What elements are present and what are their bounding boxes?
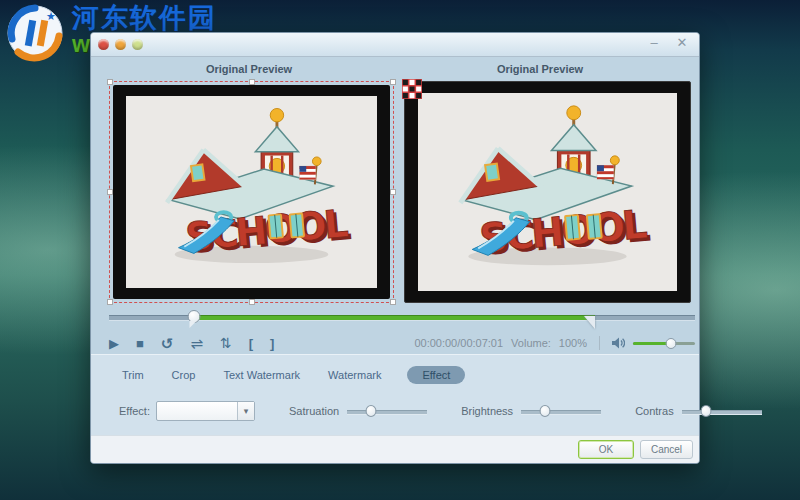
brightness-label: Brightness bbox=[461, 405, 513, 417]
volume-slider[interactable] bbox=[633, 337, 695, 349]
watermark-position-icon[interactable] bbox=[402, 79, 422, 99]
left-preview-pane[interactable] bbox=[109, 81, 394, 303]
divider bbox=[599, 336, 600, 350]
orb-yellow-icon bbox=[115, 39, 126, 50]
saturation-slider[interactable] bbox=[347, 404, 427, 418]
timeline-start-knob[interactable] bbox=[187, 310, 200, 323]
schoolhouse-illustration bbox=[126, 96, 377, 288]
play-button[interactable]: ▶ bbox=[109, 337, 119, 350]
tab-effect[interactable]: Effect bbox=[407, 366, 465, 384]
orb-green-icon bbox=[132, 39, 143, 50]
edit-tabs: Trim Crop Text Watermark Watermark Effec… bbox=[120, 366, 465, 384]
right-preview-title: Original Preview bbox=[399, 63, 681, 75]
video-edit-dialog: – ✕ Original Preview Original Preview bbox=[90, 32, 700, 464]
desktop-background: ★ 河东软件园 www.pc0359.cn – ✕ Original Previ… bbox=[0, 0, 800, 500]
close-button[interactable]: ✕ bbox=[675, 35, 689, 50]
left-preview-title: Original Preview bbox=[109, 63, 389, 75]
effect-dropdown-value bbox=[157, 402, 237, 420]
time-display: 00:00:00/00:07:01 bbox=[414, 337, 503, 349]
right-video-frame bbox=[404, 81, 691, 303]
contrast-label: Contras bbox=[635, 405, 674, 417]
cancel-button[interactable]: Cancel bbox=[640, 440, 693, 459]
crop-handle-nw[interactable] bbox=[107, 79, 113, 85]
svg-text:★: ★ bbox=[46, 10, 56, 22]
contrast-knob[interactable] bbox=[700, 405, 711, 417]
crop-handle-w[interactable] bbox=[107, 189, 113, 195]
reset-icon[interactable]: ↺ bbox=[161, 336, 174, 351]
crop-handle-n[interactable] bbox=[249, 79, 255, 85]
minimize-button[interactable]: – bbox=[647, 35, 661, 50]
mark-end-button[interactable]: ] bbox=[270, 337, 274, 350]
site-logo-icon: ★ bbox=[6, 4, 64, 62]
swap-vertical-icon[interactable]: ⇅ bbox=[220, 336, 232, 350]
crop-handle-se[interactable] bbox=[390, 299, 396, 305]
tab-trim[interactable]: Trim bbox=[120, 366, 146, 384]
right-video-area bbox=[418, 93, 677, 291]
stop-button[interactable]: ■ bbox=[136, 337, 144, 350]
edit-panel: Trim Crop Text Watermark Watermark Effec… bbox=[91, 354, 699, 437]
tab-text-watermark[interactable]: Text Watermark bbox=[221, 366, 302, 384]
volume-label: Volume: bbox=[511, 337, 551, 349]
dialog-footer: OK Cancel bbox=[91, 435, 699, 463]
mark-start-button[interactable]: [ bbox=[249, 337, 253, 350]
swap-horizontal-icon[interactable]: ⇌ bbox=[190, 336, 203, 351]
schoolhouse-illustration bbox=[418, 93, 677, 291]
orb-red-icon bbox=[98, 39, 109, 50]
crop-handle-s[interactable] bbox=[249, 299, 255, 305]
watermark-site-name: 河东软件园 bbox=[72, 4, 255, 32]
volume-knob[interactable] bbox=[666, 338, 677, 349]
dialog-titlebar[interactable]: – ✕ bbox=[91, 33, 699, 57]
contrast-slider[interactable] bbox=[682, 404, 762, 418]
tab-crop[interactable]: Crop bbox=[170, 366, 198, 384]
brightness-slider[interactable] bbox=[521, 404, 601, 418]
ok-button[interactable]: OK bbox=[578, 440, 634, 459]
timeline-end-knob[interactable] bbox=[584, 316, 595, 329]
speaker-icon[interactable] bbox=[612, 337, 625, 349]
timeline-slider[interactable] bbox=[109, 309, 695, 327]
volume-value: 100% bbox=[559, 337, 587, 349]
left-video-frame bbox=[113, 85, 390, 299]
saturation-knob[interactable] bbox=[366, 405, 377, 417]
timeline-fill bbox=[194, 315, 595, 320]
effect-dropdown[interactable]: ▾ bbox=[156, 401, 255, 421]
saturation-label: Satruation bbox=[289, 405, 339, 417]
crop-handle-sw[interactable] bbox=[107, 299, 113, 305]
brightness-knob[interactable] bbox=[540, 405, 551, 417]
crop-handle-ne[interactable] bbox=[390, 79, 396, 85]
tab-watermark[interactable]: Watermark bbox=[326, 366, 383, 384]
effect-label: Effect: bbox=[119, 405, 150, 417]
left-video-area bbox=[126, 96, 377, 288]
right-preview-pane[interactable] bbox=[404, 81, 691, 303]
crop-handle-e[interactable] bbox=[390, 189, 396, 195]
chevron-down-icon[interactable]: ▾ bbox=[237, 402, 254, 420]
titlebar-orbs bbox=[98, 39, 143, 50]
